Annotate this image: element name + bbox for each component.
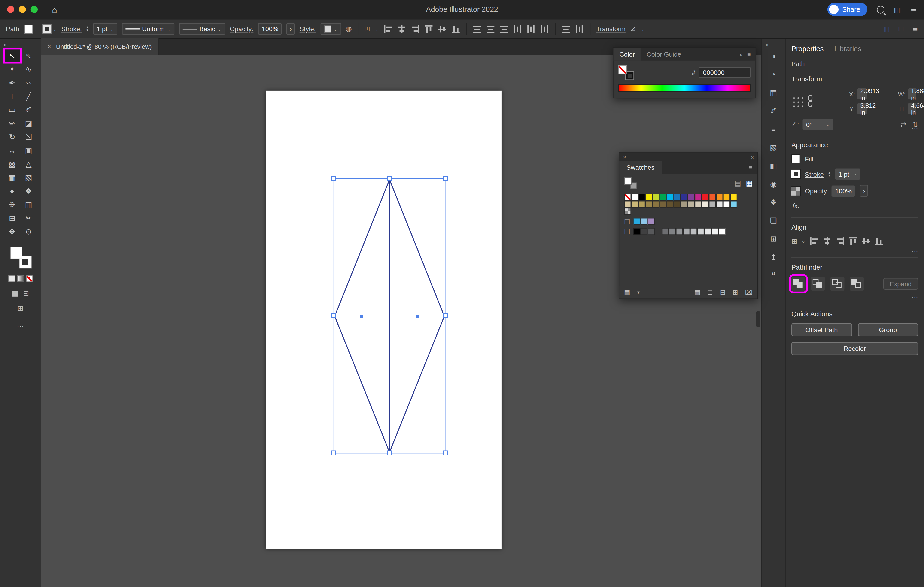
canvas[interactable] [41,55,761,587]
graphic-styles-icon[interactable]: ❖ [766,195,780,209]
align-center-icon[interactable] [823,237,832,246]
swatch[interactable] [695,201,702,208]
swatch[interactable] [667,201,673,208]
opacity-panel-link[interactable]: Opacity [805,187,827,194]
fill-stroke-proxy[interactable] [618,65,634,79]
group-button[interactable]: Group [858,323,918,336]
pen-tool[interactable]: ✒ [4,76,20,90]
swatch[interactable] [676,228,683,235]
width-input[interactable]: 1.8886 in [908,89,916,99]
swatch[interactable] [723,194,730,201]
edit-toolbar-icon[interactable]: ⋯ [17,322,24,330]
shape-builder-tool[interactable]: ▩ [4,157,20,171]
swatch[interactable] [660,194,667,201]
swatch-options-icon[interactable]: ≣ [708,289,713,296]
color-mode-button[interactable] [8,275,15,282]
opacity-more-icon[interactable]: › [860,185,868,197]
vertical-scrollbar[interactable] [756,311,760,327]
fullscreen-window-button[interactable] [31,6,38,13]
swatch[interactable] [624,201,631,208]
opacity-panel-link[interactable]: Opacity: [229,25,253,33]
shear-icon[interactable]: ⊿ [630,25,636,33]
scale-tool[interactable]: ⇲ [20,130,37,144]
type-tool[interactable]: T [4,90,20,103]
fill-stroke-indicator[interactable] [10,247,31,268]
screen-mode-icon[interactable]: ⊞ [17,304,23,313]
distribute-bottom-icon[interactable] [500,25,508,33]
stroke-icon[interactable]: ≡ [766,122,780,136]
swatch[interactable] [730,201,738,208]
slice-tool[interactable]: ✂ [20,211,37,225]
artboard-tool[interactable]: ⊞ [4,211,20,225]
width-tool[interactable]: ↔ [4,143,20,157]
draw-normal-icon[interactable]: ▦ [12,289,18,298]
tab-properties[interactable]: Properties [791,45,824,53]
magic-wand-tool[interactable]: ✦ [4,62,20,76]
recolor-button[interactable]: Recolor [791,342,918,355]
color-panel-icon[interactable]: ◑ [766,49,780,63]
align-to-selection-dropdown[interactable]: ⊞ [364,25,370,33]
color-guide-icon[interactable]: ◔ [766,67,780,81]
free-transform-tool[interactable]: ▣ [20,143,37,157]
swatch[interactable] [631,201,638,208]
distribute-left-icon[interactable] [513,25,522,33]
artboards-icon[interactable]: ⊞ [766,232,780,246]
home-icon[interactable]: ⌂ [52,4,57,14]
draw-behind-icon[interactable]: ⊟ [23,289,29,298]
swatch[interactable] [673,201,681,208]
fill-stroke-proxy[interactable] [624,177,638,189]
swatch[interactable] [695,194,702,201]
minimize-window-button[interactable] [19,6,26,13]
align-left-icon[interactable] [383,25,392,33]
stroke-weight-stepper[interactable]: ▴▾ [828,171,830,177]
eraser-tool[interactable]: ◪ [20,117,37,130]
curvature-tool[interactable]: ∽ [20,76,37,90]
distribute-right-icon[interactable] [540,25,549,33]
swatch[interactable] [718,228,726,235]
offset-path-button[interactable]: Offset Path [791,323,852,336]
new-swatch-icon[interactable]: ⊞ [733,289,738,296]
hand-tool[interactable]: ✥ [4,225,20,238]
close-tab-icon[interactable]: × [47,43,51,51]
column-graph-tool[interactable]: ▥ [20,198,37,211]
swatch[interactable] [645,201,652,208]
none-mode-button[interactable] [26,275,33,282]
swatch[interactable] [716,201,723,208]
document-setup-globe-icon[interactable]: ◍ [346,25,352,33]
pathfinder-unite-button[interactable] [791,277,805,291]
expand-dock-icon[interactable]: « [762,40,772,49]
align-middle-icon[interactable] [438,25,447,33]
search-icon[interactable] [877,5,884,13]
asset-export-icon[interactable]: ↥ [766,250,780,264]
link-dimensions-icon[interactable] [807,94,816,108]
stroke-panel-link[interactable]: Stroke: [61,25,82,33]
x-input[interactable]: 2.0913 in [858,89,867,99]
mesh-tool[interactable]: ▦ [4,171,20,184]
swatch[interactable] [634,218,640,225]
distribute-vcenter-icon[interactable] [486,25,495,33]
swatch[interactable] [730,194,738,201]
swatch[interactable] [716,194,723,201]
pathfinder-exclude-button[interactable] [850,277,864,291]
color-group-folder-icon[interactable]: ▤ [624,217,632,225]
swatch[interactable] [634,228,640,235]
color-group-folder-icon[interactable]: ▤ [624,227,632,235]
arrange-icon[interactable]: ▦ [883,25,890,33]
swatch[interactable] [640,218,648,225]
zoom-tool[interactable]: ⊙ [20,225,37,238]
swatch[interactable] [624,194,631,201]
swatch[interactable] [688,194,695,201]
pencil-tool[interactable]: ✏ [4,117,20,130]
collapse-panel-icon[interactable]: « [751,153,754,160]
collapse-tools-icon[interactable]: « [0,40,10,49]
swatch[interactable] [652,194,660,201]
paintbrush-tool[interactable]: ✐ [20,103,37,117]
control-menu-icon[interactable]: ≣ [912,25,918,33]
y-input[interactable]: 3.812 in [858,103,867,114]
align-right-icon[interactable] [411,25,419,33]
expand-button[interactable]: Expand [883,278,918,290]
height-input[interactable]: 4.6648 in [908,103,916,114]
rotation-angle-select[interactable]: 0°⌄ [802,119,833,130]
swatch[interactable] [690,228,697,235]
tab-color-guide[interactable]: Color Guide [641,48,687,61]
